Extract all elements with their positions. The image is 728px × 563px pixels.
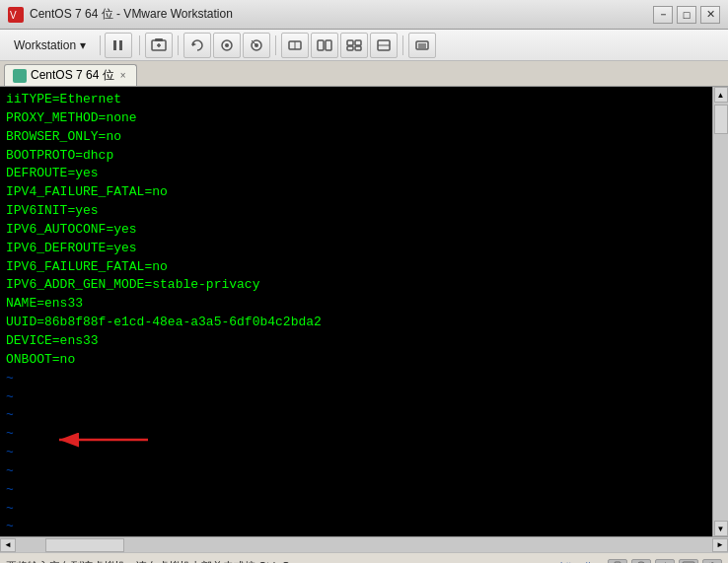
workstation-menu[interactable]: Workstation ▾ <box>4 35 96 56</box>
svg-text:V: V <box>10 10 17 21</box>
scroll-up-arrow[interactable]: ▲ <box>714 87 728 103</box>
snapshot-button[interactable] <box>213 33 241 58</box>
scroll-track <box>714 103 728 521</box>
title-bar-left: V CentOS 7 64 位 - VMware Workstation <box>8 6 233 23</box>
pause-button[interactable] <box>105 33 132 58</box>
vm-tab[interactable]: CentOS 7 64 位 × <box>4 64 137 86</box>
toolbar <box>136 33 436 58</box>
scroll-right-arrow[interactable]: ► <box>712 538 728 552</box>
add-vm-button[interactable] <box>145 33 173 58</box>
status-icon-sound <box>655 559 675 564</box>
svg-rect-3 <box>119 40 122 50</box>
svg-rect-17 <box>326 40 331 50</box>
tab-vm-icon <box>13 69 27 83</box>
menu-separator <box>100 35 101 55</box>
minimize-button[interactable]: － <box>653 6 673 24</box>
title-bar: V CentOS 7 64 位 - VMware Workstation － □… <box>0 0 728 30</box>
view-button-1[interactable] <box>281 33 309 58</box>
scroll-down-arrow[interactable]: ▼ <box>714 521 728 536</box>
tab-bar: CentOS 7 64 位 × <box>0 61 728 87</box>
tab-close-button[interactable]: × <box>118 70 128 81</box>
tab-label: CentOS 7 64 位 <box>31 67 114 84</box>
svg-rect-16 <box>318 40 324 50</box>
status-icon-network <box>608 559 627 564</box>
svg-point-10 <box>225 43 229 47</box>
status-bar: 要将输入定向到该虚拟机，请在虚拟机内部单击或按 Ctrl+G。 https://… <box>0 552 728 563</box>
snapshot-manager-button[interactable] <box>243 33 270 58</box>
svg-rect-21 <box>355 46 361 50</box>
scroll-thumb[interactable] <box>714 105 728 134</box>
status-icon-display <box>679 559 698 564</box>
horizontal-scrollbar[interactable]: ◄ ► <box>0 536 728 552</box>
title-text: CentOS 7 64 位 - VMware Workstation <box>30 6 233 23</box>
restore-button[interactable]: □ <box>677 6 696 24</box>
close-button[interactable]: ✕ <box>700 6 720 24</box>
status-icon-settings <box>702 559 722 564</box>
toolbar-sep-1 <box>139 35 140 55</box>
view-button-4[interactable] <box>370 33 398 58</box>
scroll-h-track <box>16 538 712 552</box>
view-button-3[interactable] <box>340 33 368 58</box>
toolbar-sep-3 <box>275 35 276 55</box>
svg-marker-8 <box>192 42 196 46</box>
view-button-2[interactable] <box>311 33 338 58</box>
svg-rect-2 <box>113 40 116 50</box>
main-content[interactable]: iiTYPE=Ethernet PROXY_METHOD=none BROWSE… <box>0 87 728 536</box>
svg-rect-19 <box>355 40 361 45</box>
toolbar-sep-4 <box>402 35 403 55</box>
vertical-scrollbar[interactable]: ▲ ▼ <box>712 87 728 536</box>
fullscreen-button[interactable] <box>408 33 436 58</box>
scroll-left-arrow[interactable]: ◄ <box>0 538 16 552</box>
toolbar-sep-2 <box>178 35 179 55</box>
status-right: https://p... USB <box>560 559 722 564</box>
svg-rect-25 <box>418 43 426 48</box>
svg-rect-5 <box>155 38 163 41</box>
svg-rect-18 <box>347 40 353 45</box>
vm-icon: V <box>8 7 24 23</box>
revert-button[interactable] <box>183 33 211 58</box>
terminal-output: iiTYPE=Ethernet PROXY_METHOD=none BROWSE… <box>0 87 710 536</box>
status-icon-usb: USB <box>631 559 651 564</box>
status-message: 要将输入定向到该虚拟机，请在虚拟机内部单击或按 Ctrl+G。 <box>6 559 301 563</box>
title-bar-controls: － □ ✕ <box>653 6 720 24</box>
scroll-h-thumb[interactable] <box>45 538 124 552</box>
menu-bar: Workstation ▾ <box>0 30 728 61</box>
svg-rect-20 <box>347 46 353 50</box>
